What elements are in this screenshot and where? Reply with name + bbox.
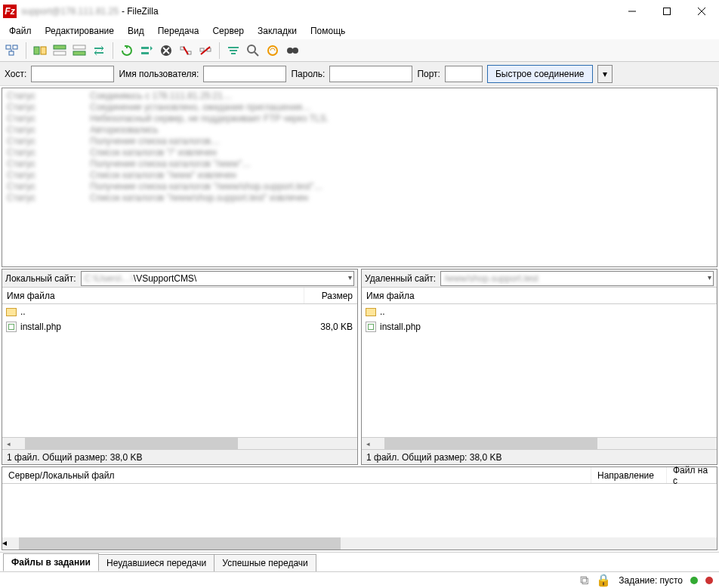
remote-hscroll[interactable]: ◂ <box>362 437 717 449</box>
menu-view[interactable]: Вид <box>122 24 150 38</box>
host-input[interactable] <box>31 66 114 82</box>
php-file-icon <box>5 321 17 333</box>
local-file-row[interactable]: install.php 38,0 KB <box>2 319 357 334</box>
site-manager-icon[interactable] <box>3 42 21 60</box>
local-col-name: Имя файла <box>2 288 304 303</box>
port-input[interactable] <box>445 66 483 82</box>
disconnect-icon[interactable] <box>177 42 195 60</box>
local-status: 1 файл. Общий размер: 38,0 KB <box>2 449 357 464</box>
user-label: Имя пользователя: <box>119 69 199 79</box>
toolbar <box>0 39 719 62</box>
svg-rect-9 <box>41 47 46 54</box>
local-columns[interactable]: Имя файла Размер <box>2 288 357 304</box>
pass-input[interactable] <box>329 66 412 82</box>
title-connection-blur: support@178.111.81.25 <box>21 6 119 17</box>
filter-icon[interactable] <box>224 42 242 60</box>
queue-tabs: Файлы в задании Неудавшиеся передачи Усп… <box>0 552 719 571</box>
app-title: - FileZilla <box>122 6 159 17</box>
port-label: Порт: <box>417 69 440 79</box>
tab-failed[interactable]: Неудавшиеся передачи <box>98 554 214 571</box>
remote-parent-dir[interactable]: .. <box>362 304 717 319</box>
host-label: Хост: <box>5 69 26 79</box>
message-log[interactable]: СтатусСоединяюсь с 178.111.81.25:21… Ста… <box>2 88 717 267</box>
titlebar: Fz support@178.111.81.25 - FileZilla <box>0 0 719 23</box>
menu-help[interactable]: Помощь <box>304 24 351 38</box>
statusbar: ⧉ 🔒 Задание: пусто <box>0 571 719 588</box>
svg-rect-13 <box>73 51 85 55</box>
svg-rect-15 <box>141 52 149 54</box>
queue-status-icon: ⧉ <box>580 574 588 587</box>
compare-icon[interactable] <box>244 42 262 60</box>
lock-icon: 🔒 <box>596 573 611 587</box>
process-queue-icon[interactable] <box>137 42 156 60</box>
maximize-button[interactable] <box>650 0 684 23</box>
local-site-label: Локальный сайт: <box>5 273 76 284</box>
toggle-remote-tree-icon[interactable] <box>70 42 88 60</box>
transfer-queue: Сервер/Локальный файл Направление Файл н… <box>2 466 717 550</box>
remote-col-name: Имя файла <box>362 288 717 303</box>
svg-rect-1 <box>664 8 671 15</box>
queue-columns[interactable]: Сервер/Локальный файл Направление Файл н… <box>2 467 717 484</box>
remote-filelist[interactable]: .. install.php <box>362 304 717 437</box>
local-panel: Локальный сайт: C:\Users\…\\VSupportCMS\… <box>2 269 358 465</box>
menubar: Файл Редактирование Вид Передача Сервер … <box>0 23 719 39</box>
search-icon[interactable] <box>283 42 301 60</box>
app-icon: Fz <box>3 5 17 18</box>
svg-rect-5 <box>13 45 17 49</box>
remote-panel: Удаленный сайт: /www/shop.support.test ▾… <box>361 269 717 465</box>
queue-col-direction: Направление <box>591 467 667 483</box>
activity-led-2 <box>705 577 713 584</box>
svg-line-21 <box>184 47 188 54</box>
svg-rect-11 <box>54 51 66 55</box>
reconnect-icon[interactable] <box>196 42 214 60</box>
remote-site-label: Удаленный сайт: <box>365 273 436 284</box>
tab-pending[interactable]: Файлы в задании <box>3 553 99 571</box>
quickconnect-button[interactable]: Быстрое соединение <box>487 65 593 83</box>
local-filelist[interactable]: .. install.php 38,0 KB <box>2 304 357 437</box>
svg-point-28 <box>248 45 255 53</box>
sync-browse-icon[interactable] <box>264 42 282 60</box>
svg-rect-6 <box>9 51 14 55</box>
remote-path-combo[interactable]: /www/shop.support.test ▾ <box>440 271 714 286</box>
remote-columns[interactable]: Имя файла <box>362 288 717 304</box>
queue-status-label: Задание: пусто <box>619 575 683 586</box>
queue-col-server: Сервер/Локальный файл <box>2 467 591 483</box>
window-controls <box>615 0 719 23</box>
folder-icon <box>365 306 377 318</box>
svg-rect-33 <box>289 49 297 51</box>
menu-file[interactable]: Файл <box>3 24 38 38</box>
minimize-button[interactable] <box>615 0 650 23</box>
pass-label: Пароль: <box>291 69 325 79</box>
file-panels: Локальный сайт: C:\Users\…\\VSupportCMS\… <box>0 269 719 465</box>
tab-success[interactable]: Успешные передачи <box>214 554 316 571</box>
svg-point-30 <box>268 46 277 55</box>
svg-rect-4 <box>6 45 11 49</box>
quickconnect-dropdown[interactable]: ▾ <box>597 65 613 83</box>
local-hscroll[interactable]: ◂ <box>2 437 357 449</box>
activity-led-1 <box>690 577 698 584</box>
remote-status: 1 файл. Общий размер: 38,0 KB <box>362 449 717 464</box>
queue-col-remote: Файл на с <box>667 467 717 483</box>
toggle-log-icon[interactable] <box>31 42 49 60</box>
menu-transfer[interactable]: Передача <box>152 24 205 38</box>
refresh-icon[interactable] <box>118 42 136 60</box>
remote-file-row[interactable]: install.php <box>362 319 717 334</box>
quickconnect-bar: Хост: Имя пользователя: Пароль: Порт: Бы… <box>0 62 719 86</box>
queue-body[interactable] <box>2 484 717 537</box>
php-file-icon <box>365 321 377 333</box>
menu-server[interactable]: Сервер <box>206 24 250 38</box>
svg-rect-14 <box>141 47 149 49</box>
user-input[interactable] <box>203 66 286 82</box>
close-button[interactable] <box>684 0 719 23</box>
queue-hscroll[interactable]: ◂ <box>2 537 717 550</box>
svg-line-29 <box>255 52 258 56</box>
menu-edit[interactable]: Редактирование <box>39 24 120 38</box>
menu-bookmarks[interactable]: Закладки <box>251 24 303 38</box>
cancel-icon[interactable] <box>157 42 175 60</box>
local-path-combo[interactable]: C:\Users\…\\VSupportCMS\ ▾ <box>81 271 355 286</box>
local-parent-dir[interactable]: .. <box>2 304 357 319</box>
toggle-queue-icon[interactable] <box>90 42 108 60</box>
svg-rect-10 <box>54 45 66 49</box>
svg-rect-22 <box>200 48 204 51</box>
toggle-local-tree-icon[interactable] <box>51 42 69 60</box>
